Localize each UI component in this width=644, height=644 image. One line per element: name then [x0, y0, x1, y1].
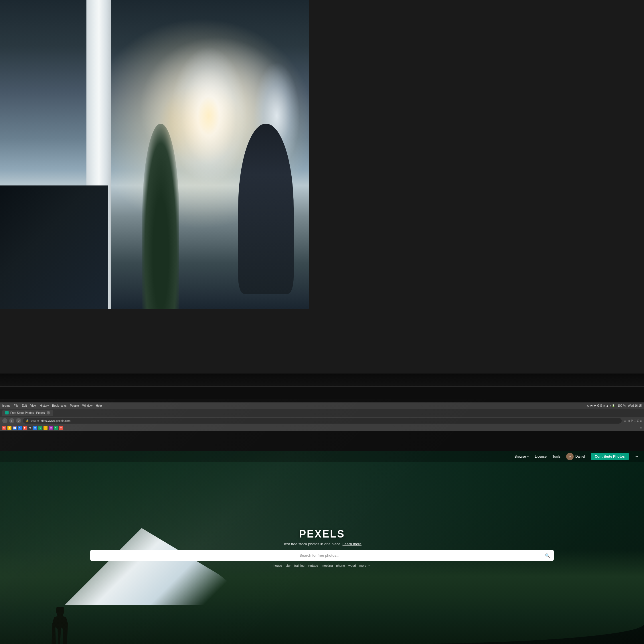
window-light-main: [170, 46, 247, 185]
plant-decoration: [142, 124, 179, 309]
desk-area: [0, 185, 108, 309]
office-background: [0, 0, 309, 309]
chair-element: [238, 124, 294, 294]
